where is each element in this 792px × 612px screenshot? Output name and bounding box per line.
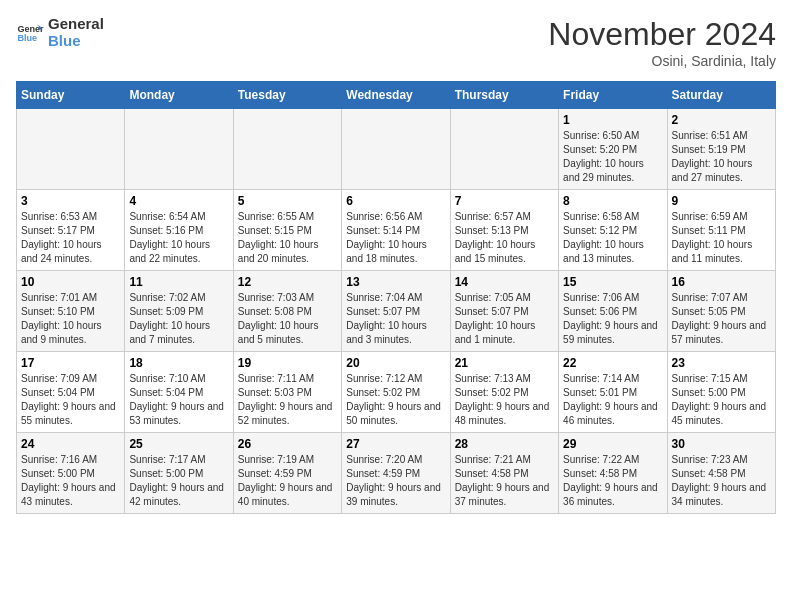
day-number: 15 [563,275,662,289]
calendar-cell: 22Sunrise: 7:14 AM Sunset: 5:01 PM Dayli… [559,352,667,433]
day-number: 1 [563,113,662,127]
day-number: 11 [129,275,228,289]
calendar-week-row: 24Sunrise: 7:16 AM Sunset: 5:00 PM Dayli… [17,433,776,514]
day-number: 25 [129,437,228,451]
day-info: Sunrise: 6:55 AM Sunset: 5:15 PM Dayligh… [238,210,337,266]
weekday-header: Friday [559,82,667,109]
day-info: Sunrise: 7:11 AM Sunset: 5:03 PM Dayligh… [238,372,337,428]
calendar-cell: 4Sunrise: 6:54 AM Sunset: 5:16 PM Daylig… [125,190,233,271]
day-info: Sunrise: 7:22 AM Sunset: 4:58 PM Dayligh… [563,453,662,509]
calendar-cell: 17Sunrise: 7:09 AM Sunset: 5:04 PM Dayli… [17,352,125,433]
calendar-cell: 30Sunrise: 7:23 AM Sunset: 4:58 PM Dayli… [667,433,775,514]
weekday-header-row: SundayMondayTuesdayWednesdayThursdayFrid… [17,82,776,109]
calendar-cell: 1Sunrise: 6:50 AM Sunset: 5:20 PM Daylig… [559,109,667,190]
day-info: Sunrise: 7:21 AM Sunset: 4:58 PM Dayligh… [455,453,554,509]
calendar-cell: 6Sunrise: 6:56 AM Sunset: 5:14 PM Daylig… [342,190,450,271]
calendar-cell: 9Sunrise: 6:59 AM Sunset: 5:11 PM Daylig… [667,190,775,271]
day-number: 17 [21,356,120,370]
day-info: Sunrise: 7:03 AM Sunset: 5:08 PM Dayligh… [238,291,337,347]
logo-icon: General Blue [16,19,44,47]
month-title: November 2024 [548,16,776,53]
calendar-cell: 23Sunrise: 7:15 AM Sunset: 5:00 PM Dayli… [667,352,775,433]
day-info: Sunrise: 7:09 AM Sunset: 5:04 PM Dayligh… [21,372,120,428]
calendar-cell: 3Sunrise: 6:53 AM Sunset: 5:17 PM Daylig… [17,190,125,271]
calendar-cell: 16Sunrise: 7:07 AM Sunset: 5:05 PM Dayli… [667,271,775,352]
calendar-cell: 12Sunrise: 7:03 AM Sunset: 5:08 PM Dayli… [233,271,341,352]
day-number: 6 [346,194,445,208]
day-info: Sunrise: 7:12 AM Sunset: 5:02 PM Dayligh… [346,372,445,428]
day-number: 5 [238,194,337,208]
svg-text:Blue: Blue [17,33,37,43]
calendar-table: SundayMondayTuesdayWednesdayThursdayFrid… [16,81,776,514]
day-info: Sunrise: 7:05 AM Sunset: 5:07 PM Dayligh… [455,291,554,347]
day-info: Sunrise: 7:13 AM Sunset: 5:02 PM Dayligh… [455,372,554,428]
day-number: 10 [21,275,120,289]
logo-line1: General [48,16,104,33]
weekday-header: Wednesday [342,82,450,109]
calendar-cell: 28Sunrise: 7:21 AM Sunset: 4:58 PM Dayli… [450,433,558,514]
calendar-cell: 13Sunrise: 7:04 AM Sunset: 5:07 PM Dayli… [342,271,450,352]
calendar-cell: 10Sunrise: 7:01 AM Sunset: 5:10 PM Dayli… [17,271,125,352]
day-number: 21 [455,356,554,370]
day-number: 9 [672,194,771,208]
calendar-cell: 7Sunrise: 6:57 AM Sunset: 5:13 PM Daylig… [450,190,558,271]
weekday-header: Saturday [667,82,775,109]
calendar-cell: 19Sunrise: 7:11 AM Sunset: 5:03 PM Dayli… [233,352,341,433]
calendar-cell: 15Sunrise: 7:06 AM Sunset: 5:06 PM Dayli… [559,271,667,352]
day-info: Sunrise: 7:10 AM Sunset: 5:04 PM Dayligh… [129,372,228,428]
calendar-cell [450,109,558,190]
day-info: Sunrise: 7:06 AM Sunset: 5:06 PM Dayligh… [563,291,662,347]
day-number: 20 [346,356,445,370]
title-block: November 2024 Osini, Sardinia, Italy [548,16,776,69]
day-number: 18 [129,356,228,370]
day-info: Sunrise: 7:07 AM Sunset: 5:05 PM Dayligh… [672,291,771,347]
calendar-cell: 5Sunrise: 6:55 AM Sunset: 5:15 PM Daylig… [233,190,341,271]
calendar-cell: 24Sunrise: 7:16 AM Sunset: 5:00 PM Dayli… [17,433,125,514]
day-number: 3 [21,194,120,208]
calendar-cell: 18Sunrise: 7:10 AM Sunset: 5:04 PM Dayli… [125,352,233,433]
calendar-cell: 26Sunrise: 7:19 AM Sunset: 4:59 PM Dayli… [233,433,341,514]
day-info: Sunrise: 7:15 AM Sunset: 5:00 PM Dayligh… [672,372,771,428]
calendar-cell [233,109,341,190]
calendar-cell: 20Sunrise: 7:12 AM Sunset: 5:02 PM Dayli… [342,352,450,433]
calendar-week-row: 17Sunrise: 7:09 AM Sunset: 5:04 PM Dayli… [17,352,776,433]
day-number: 28 [455,437,554,451]
calendar-cell: 25Sunrise: 7:17 AM Sunset: 5:00 PM Dayli… [125,433,233,514]
day-number: 22 [563,356,662,370]
day-info: Sunrise: 6:59 AM Sunset: 5:11 PM Dayligh… [672,210,771,266]
day-number: 8 [563,194,662,208]
day-number: 16 [672,275,771,289]
day-info: Sunrise: 7:20 AM Sunset: 4:59 PM Dayligh… [346,453,445,509]
calendar-week-row: 3Sunrise: 6:53 AM Sunset: 5:17 PM Daylig… [17,190,776,271]
calendar-cell: 27Sunrise: 7:20 AM Sunset: 4:59 PM Dayli… [342,433,450,514]
weekday-header: Tuesday [233,82,341,109]
weekday-header: Sunday [17,82,125,109]
calendar-cell: 14Sunrise: 7:05 AM Sunset: 5:07 PM Dayli… [450,271,558,352]
day-info: Sunrise: 7:23 AM Sunset: 4:58 PM Dayligh… [672,453,771,509]
calendar-cell: 29Sunrise: 7:22 AM Sunset: 4:58 PM Dayli… [559,433,667,514]
day-info: Sunrise: 6:57 AM Sunset: 5:13 PM Dayligh… [455,210,554,266]
day-number: 7 [455,194,554,208]
day-number: 24 [21,437,120,451]
day-info: Sunrise: 7:01 AM Sunset: 5:10 PM Dayligh… [21,291,120,347]
day-number: 19 [238,356,337,370]
day-number: 2 [672,113,771,127]
day-number: 29 [563,437,662,451]
calendar-week-row: 10Sunrise: 7:01 AM Sunset: 5:10 PM Dayli… [17,271,776,352]
location: Osini, Sardinia, Italy [548,53,776,69]
weekday-header: Thursday [450,82,558,109]
day-number: 30 [672,437,771,451]
calendar-week-row: 1Sunrise: 6:50 AM Sunset: 5:20 PM Daylig… [17,109,776,190]
day-info: Sunrise: 7:02 AM Sunset: 5:09 PM Dayligh… [129,291,228,347]
calendar-cell [342,109,450,190]
day-info: Sunrise: 6:50 AM Sunset: 5:20 PM Dayligh… [563,129,662,185]
day-info: Sunrise: 7:14 AM Sunset: 5:01 PM Dayligh… [563,372,662,428]
day-number: 26 [238,437,337,451]
day-info: Sunrise: 6:51 AM Sunset: 5:19 PM Dayligh… [672,129,771,185]
day-number: 12 [238,275,337,289]
calendar-cell: 21Sunrise: 7:13 AM Sunset: 5:02 PM Dayli… [450,352,558,433]
day-info: Sunrise: 7:04 AM Sunset: 5:07 PM Dayligh… [346,291,445,347]
calendar-cell: 8Sunrise: 6:58 AM Sunset: 5:12 PM Daylig… [559,190,667,271]
day-number: 4 [129,194,228,208]
calendar-cell: 11Sunrise: 7:02 AM Sunset: 5:09 PM Dayli… [125,271,233,352]
